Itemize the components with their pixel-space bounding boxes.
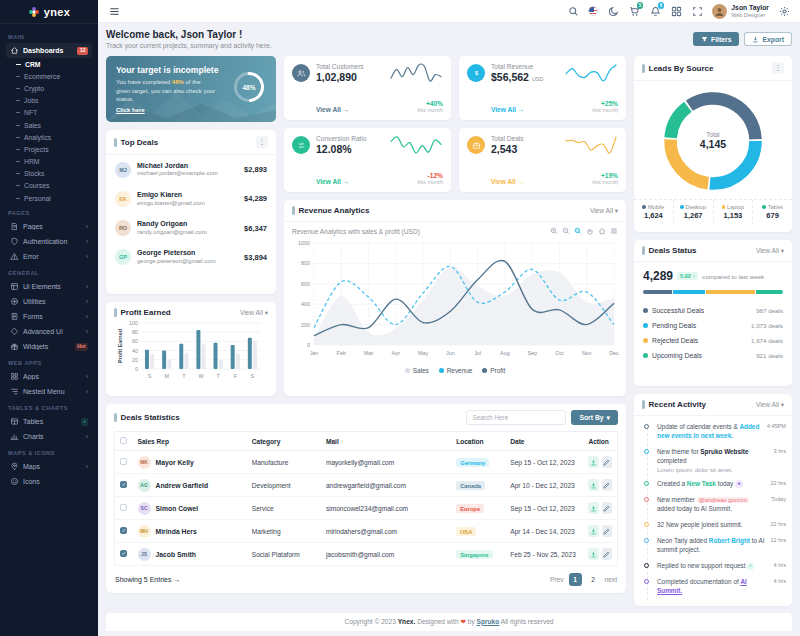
sidebar-subitem-projects[interactable]: Projects [6, 143, 92, 155]
dark-mode-icon[interactable] [607, 5, 619, 17]
edit-action-button[interactable] [602, 456, 612, 468]
zoom-out-icon[interactable] [562, 227, 570, 235]
column-header-category[interactable]: Category [247, 432, 321, 451]
sidebar-item-nested-menu[interactable]: Nested Menu › [6, 384, 92, 399]
download-action-button[interactable] [588, 456, 598, 468]
column-header-mail[interactable]: Mail [321, 432, 451, 451]
card-menu-icon[interactable]: ⋮ [256, 136, 268, 148]
status-row-pending-deals: Pending Deals 1,073 deals [643, 318, 783, 333]
sidebar-subitem-crypto[interactable]: Crypto [6, 82, 92, 94]
edit-action-button[interactable] [602, 548, 612, 560]
user-profile-chip[interactable]: Json Taylor Web Designer [712, 4, 769, 19]
notifications-badge: 6 [658, 2, 665, 9]
sidebar-subitem-personal[interactable]: Personal [6, 192, 92, 204]
home-icon[interactable] [598, 227, 606, 235]
view-all-link[interactable]: View All → [316, 178, 383, 185]
apps-grid-icon[interactable] [670, 5, 682, 17]
selection-zoom-icon[interactable] [574, 227, 582, 235]
cart-icon[interactable]: 5 [628, 5, 640, 17]
sidebar-item-dashboards[interactable]: Dashboards 12 [6, 43, 92, 58]
sidebar-item-utilities[interactable]: Utilities › [6, 294, 92, 309]
language-flag-icon[interactable] [588, 6, 598, 16]
sidebar-subitem-jobs[interactable]: Jobs [6, 95, 92, 107]
export-button[interactable]: Export [744, 32, 792, 46]
card-menu-icon[interactable]: ⋮ [772, 62, 784, 74]
sidebar-item-authentication[interactable]: Authentication › [6, 234, 92, 249]
sidebar-category: Pages [8, 210, 90, 216]
search-input[interactable] [466, 410, 566, 425]
menu-toggle-icon[interactable] [108, 5, 120, 17]
sidebar-item-forms[interactable]: Forms › [6, 309, 92, 324]
zoom-in-icon[interactable] [550, 227, 558, 235]
view-all-link[interactable]: View All → [316, 106, 383, 113]
sidebar-item-icons[interactable]: Icons [6, 474, 92, 489]
sidebar-item-apps[interactable]: Apps › [6, 369, 92, 384]
sidebar-item-charts[interactable]: Charts › [6, 429, 92, 444]
pagination-page-1[interactable]: 1 [569, 573, 582, 586]
legend-item-sales[interactable]: Sales [405, 367, 429, 374]
deal-row-george-pieterson[interactable]: GP George Pieterson george.pieterson@gma… [106, 243, 276, 272]
pagination-next[interactable]: next [605, 576, 617, 583]
column-header-sales-rep[interactable]: Sales Rep [133, 432, 247, 451]
row-checkbox[interactable] [120, 550, 127, 557]
row-checkbox[interactable] [120, 458, 127, 465]
sidebar-subitem-sales[interactable]: Sales [6, 119, 92, 131]
profit-earned-title: Profit Earned [121, 308, 240, 317]
deal-row-michael-jordan[interactable]: MJ Michael Jordan michael.jordan@example… [106, 155, 276, 184]
sidebar-subitem-ecommerce[interactable]: Ecommerce [6, 70, 92, 82]
sort-by-button[interactable]: Sort By ▾ [571, 410, 618, 425]
legend-item-revenue[interactable]: Revenue [439, 367, 473, 374]
sidebar-subitem-courses[interactable]: Courses [6, 180, 92, 192]
sidebar-item-error[interactable]: Error › [6, 249, 92, 264]
settings-gear-icon[interactable] [778, 5, 790, 17]
sidebar-item-ui-elements[interactable]: Ui Elements › [6, 279, 92, 294]
sidebar-subitem-crm[interactable]: CRM [6, 58, 92, 70]
search-icon[interactable] [567, 5, 579, 17]
row-checkbox[interactable] [120, 504, 127, 511]
sidebar-item-widgets[interactable]: Widgets Hot [6, 339, 92, 354]
fullscreen-icon[interactable] [691, 5, 703, 17]
legend-item-profit[interactable]: Profit [482, 367, 505, 374]
sidebar-item-tables[interactable]: Tables › [6, 414, 92, 429]
pagination-prev[interactable]: Prev [550, 576, 564, 583]
deal-row-emigo-kiaren[interactable]: EK Emigo Kiaren emigo.kiaren@gmail.com $… [106, 184, 276, 213]
designer-link[interactable]: Spruko [477, 618, 500, 625]
click-here-link[interactable]: Click here [116, 107, 145, 113]
sidebar-item-pages[interactable]: Pages › [6, 219, 92, 234]
pan-icon[interactable] [586, 227, 594, 235]
profit-view-all[interactable]: View All ▾ [240, 309, 268, 317]
sidebar-item-maps[interactable]: Maps › [6, 459, 92, 474]
select-all-checkbox[interactable] [120, 437, 127, 444]
download-action-button[interactable] [588, 479, 598, 491]
edit-action-button[interactable] [602, 525, 612, 537]
row-checkbox[interactable] [120, 527, 127, 534]
sidebar-subitem-nft[interactable]: NFT [6, 107, 92, 119]
view-all-link[interactable]: View All → [491, 106, 558, 113]
chevron-right-icon: › [86, 223, 88, 230]
recent-activity-view-all[interactable]: View All ▾ [756, 401, 784, 409]
filters-button[interactable]: Filters [693, 32, 739, 46]
pagination-page-2[interactable]: 2 [587, 573, 600, 586]
edit-action-button[interactable] [602, 502, 612, 514]
location-badge: Singapore [456, 550, 492, 559]
download-action-button[interactable] [588, 502, 598, 514]
row-checkbox[interactable] [120, 481, 127, 488]
column-header-action[interactable]: Action [583, 432, 617, 451]
logo[interactable]: ynex [0, 0, 98, 24]
tables-icon [10, 417, 19, 426]
chart-menu-icon[interactable] [610, 227, 618, 235]
view-all-link[interactable]: View All → [491, 178, 558, 185]
sidebar-subitem-analytics[interactable]: Analytics [6, 131, 92, 143]
sidebar-subitem-stocks[interactable]: Stocks [6, 168, 92, 180]
deals-status-view-all[interactable]: View All ▾ [756, 247, 784, 255]
notifications-bell-icon[interactable]: 6 [649, 5, 661, 17]
sidebar-item-advanced-ui[interactable]: Advanced Ui › [6, 324, 92, 339]
revenue-view-all[interactable]: View All ▾ [590, 207, 618, 215]
edit-action-button[interactable] [602, 479, 612, 491]
deal-row-randy-origoan[interactable]: RO Randy Origoan randy.origoan@gmail.com… [106, 214, 276, 243]
download-action-button[interactable] [588, 548, 598, 560]
column-header-location[interactable]: Location [451, 432, 505, 451]
sidebar-subitem-hrm[interactable]: HRM [6, 156, 92, 168]
download-action-button[interactable] [588, 525, 598, 537]
column-header-date[interactable]: Date [505, 432, 583, 451]
